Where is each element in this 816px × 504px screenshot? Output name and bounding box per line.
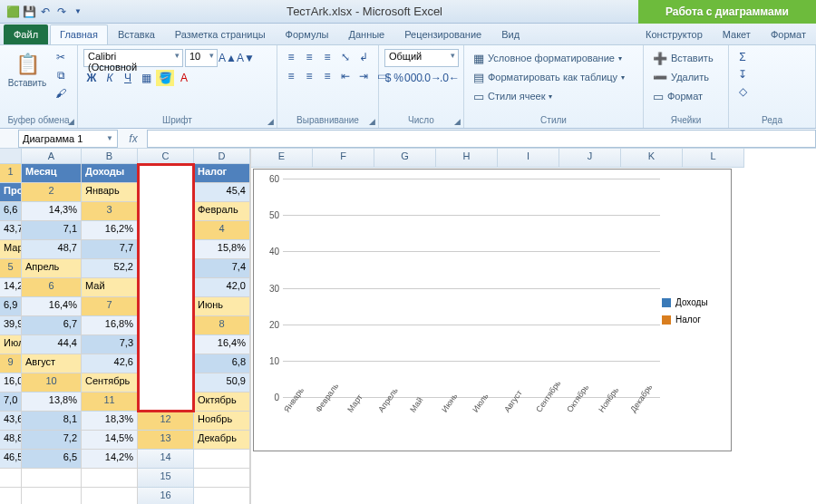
cell-D12[interactable]: 14,5%	[82, 431, 138, 450]
align-bottom-icon[interactable]: ≡	[319, 49, 335, 65]
number-format-combo[interactable]: Общий	[384, 49, 459, 67]
redo-icon[interactable]: ↷	[54, 5, 69, 19]
select-all-corner[interactable]	[0, 149, 22, 164]
row-header-15[interactable]: 15	[138, 469, 194, 488]
delete-cells-button[interactable]: ➖Удалить	[649, 68, 723, 86]
cell-empty-14-1[interactable]	[0, 469, 22, 488]
row-header-6[interactable]: 6	[22, 278, 82, 297]
col-header-C[interactable]: C	[138, 149, 194, 164]
tab-file[interactable]: Файл	[4, 24, 48, 44]
cell-D4[interactable]: 15,8%	[194, 240, 250, 259]
align-center-icon[interactable]: ≡	[301, 68, 317, 84]
cell-D7[interactable]: 16,8%	[82, 316, 138, 335]
cell-B5[interactable]: 52,2	[82, 259, 138, 278]
col-header-H[interactable]: H	[436, 149, 498, 168]
cell-empty-15-0[interactable]	[194, 469, 250, 488]
comma-icon[interactable]: 000	[405, 70, 422, 86]
tab-insert[interactable]: Вставка	[108, 24, 165, 44]
save-icon[interactable]: 💾	[22, 5, 36, 19]
col-header-J[interactable]: J	[559, 149, 621, 168]
cell-B11[interactable]: 43,6	[0, 412, 22, 431]
row-header-11[interactable]: 11	[82, 393, 138, 412]
cell-C13[interactable]: 6,5	[22, 450, 82, 469]
excel-icon[interactable]: 🟩	[5, 5, 20, 19]
col-header-K[interactable]: K	[621, 149, 683, 168]
cell-empty-14-2[interactable]	[22, 469, 82, 488]
cell-B4[interactable]: 48,7	[22, 240, 82, 259]
cell-B6[interactable]: 42,0	[194, 278, 250, 297]
cell-D13[interactable]: 14,2%	[82, 450, 138, 469]
cell-B9[interactable]: 42,6	[82, 354, 138, 373]
insert-cells-button[interactable]: ➕Вставить	[649, 49, 723, 67]
increase-font-icon[interactable]: A▲	[219, 50, 236, 66]
row-header-10[interactable]: 10	[22, 373, 82, 393]
border-icon[interactable]: ▦	[138, 70, 154, 86]
align-left-icon[interactable]: ≡	[283, 68, 299, 84]
fill-color-icon[interactable]: 🪣	[156, 70, 174, 86]
cell-B2[interactable]: 45,4	[194, 183, 250, 202]
wrap-text-icon[interactable]: ↲	[355, 49, 372, 65]
qat-dropdown-icon[interactable]: ▼	[71, 5, 85, 19]
cell-empty-15-3[interactable]	[82, 488, 138, 504]
tab-chart-design[interactable]: Конструктор	[636, 24, 713, 44]
row-header-7[interactable]: 7	[82, 297, 138, 316]
col-header-I[interactable]: I	[498, 149, 559, 168]
cell-B3[interactable]: 43,7	[0, 221, 22, 240]
cell-A3[interactable]: Февраль	[194, 202, 250, 221]
row-header-2[interactable]: 2	[22, 183, 82, 202]
tab-home[interactable]: Главная	[50, 24, 108, 44]
col-header-F[interactable]: F	[313, 149, 374, 168]
col-header-L[interactable]: L	[683, 149, 744, 168]
paste-button[interactable]: 📋 Вставить	[5, 49, 49, 90]
cell-C12[interactable]: 7,2	[22, 431, 82, 450]
decrease-decimal-icon[interactable]: .0←	[442, 70, 458, 86]
autosum-icon[interactable]: Σ	[734, 49, 751, 65]
cell-A2[interactable]: Январь	[82, 183, 138, 202]
clipboard-launcher-icon[interactable]: ◢	[68, 117, 74, 126]
conditional-formatting-button[interactable]: ▦Условное форматирование▾	[470, 49, 637, 67]
row-header-5[interactable]: 5	[0, 259, 22, 278]
cell-D3[interactable]: 16,2%	[82, 221, 138, 240]
tab-view[interactable]: Вид	[491, 24, 529, 44]
col-header-A[interactable]: A	[22, 149, 82, 164]
cell-A1[interactable]: Месяц	[22, 164, 82, 183]
cell-empty-15-2[interactable]	[22, 488, 82, 504]
font-size-combo[interactable]: 10	[185, 49, 218, 67]
row-header-14[interactable]: 14	[138, 450, 194, 469]
col-header-E[interactable]: E	[251, 149, 313, 168]
cell-A8[interactable]: Июль	[0, 335, 22, 354]
cell-B12[interactable]: 48,8	[0, 431, 22, 450]
cell-A6[interactable]: Май	[82, 278, 138, 297]
cell-C5[interactable]: 7,4	[194, 259, 250, 278]
format-as-table-button[interactable]: ▤Форматировать как таблицу▾	[470, 68, 637, 86]
decrease-font-icon[interactable]: A▼	[238, 50, 254, 66]
number-launcher-icon[interactable]: ◢	[454, 117, 461, 126]
name-box[interactable]: Диаграмма 1▼	[18, 130, 118, 148]
namebox-dropdown-icon[interactable]: ▼	[106, 134, 113, 142]
font-launcher-icon[interactable]: ◢	[267, 117, 274, 126]
fx-icon[interactable]: fx	[120, 132, 147, 145]
percent-icon[interactable]: %	[393, 70, 403, 86]
cell-C11[interactable]: 8,1	[22, 412, 82, 431]
cell-empty-15-1[interactable]	[0, 488, 22, 504]
cell-D6[interactable]: 16,4%	[22, 297, 82, 316]
font-name-combo[interactable]: Calibri (Основной	[83, 49, 183, 67]
cell-C2[interactable]: 6,6	[0, 202, 22, 221]
undo-icon[interactable]: ↶	[38, 5, 53, 19]
decrease-indent-icon[interactable]: ⇤	[337, 68, 354, 84]
legend-item-tax[interactable]: Налог	[662, 315, 727, 325]
cell-styles-button[interactable]: ▭Стили ячеек▾	[470, 87, 637, 105]
cell-B10[interactable]: 50,9	[194, 373, 250, 393]
increase-indent-icon[interactable]: ⇥	[355, 68, 372, 84]
cell-D8[interactable]: 16,4%	[194, 335, 250, 354]
cell-C4[interactable]: 7,7	[82, 240, 138, 259]
align-launcher-icon[interactable]: ◢	[369, 117, 375, 126]
cell-A12[interactable]: Ноябрь	[194, 412, 250, 431]
cell-B7[interactable]: 39,9	[0, 316, 22, 335]
cell-D2[interactable]: 14,3%	[22, 202, 82, 221]
row-header-3[interactable]: 3	[82, 202, 138, 221]
row-header-1[interactable]: 1	[0, 164, 22, 183]
font-color-icon[interactable]: A	[176, 70, 192, 86]
row-header-13[interactable]: 13	[138, 431, 194, 450]
increase-decimal-icon[interactable]: .0→	[423, 70, 440, 86]
